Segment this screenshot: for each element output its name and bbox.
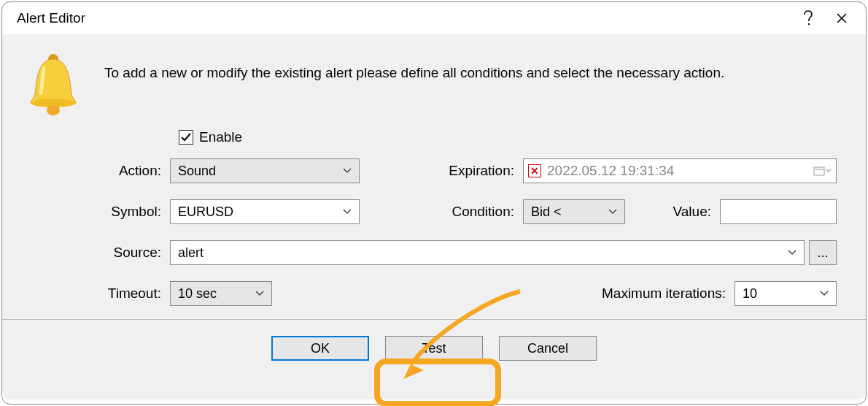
expiration-field[interactable]: ✕ 2022.05.12 19:31:34 — [523, 158, 837, 183]
calendar-icon[interactable] — [813, 166, 832, 176]
help-button[interactable] — [791, 5, 825, 31]
timeout-dropdown[interactable]: 10 sec — [170, 281, 272, 306]
max-iter-value: 10 — [743, 286, 817, 302]
condition-value: Bid < — [531, 204, 605, 220]
max-iter-dropdown[interactable]: 10 — [735, 281, 837, 306]
chevron-down-icon — [605, 209, 620, 215]
symbol-value: EURUSD — [178, 204, 340, 220]
intro-text: To add a new or modify the existing aler… — [104, 49, 724, 81]
action-dropdown[interactable]: Sound — [170, 158, 360, 183]
timeout-label: Timeout: — [104, 286, 170, 302]
svg-rect-4 — [814, 167, 824, 175]
dialog-content: To add a new or modify the existing aler… — [2, 34, 866, 399]
check-icon — [180, 131, 192, 143]
action-value: Sound — [178, 164, 340, 179]
close-icon — [836, 12, 848, 24]
symbol-dropdown[interactable]: EURUSD — [170, 199, 360, 224]
ok-button[interactable]: OK — [271, 336, 369, 361]
svg-point-3 — [47, 105, 60, 115]
chevron-down-icon — [340, 209, 354, 215]
timeout-value: 10 sec — [178, 286, 252, 302]
enable-checkbox[interactable] — [179, 130, 193, 145]
chevron-down-icon — [785, 250, 799, 256]
expiration-label: Expiration: — [435, 163, 523, 179]
value-label: Value: — [654, 204, 720, 220]
cancel-label: Cancel — [527, 341, 568, 356]
max-iter-label: Maximum iterations: — [574, 286, 735, 302]
ok-label: OK — [311, 341, 330, 356]
close-button[interactable] — [825, 5, 859, 31]
source-label: Source: — [104, 245, 170, 261]
enable-label: Enable — [199, 129, 242, 145]
chevron-down-icon — [817, 291, 832, 296]
bell-icon — [28, 52, 79, 116]
alert-editor-dialog: Alert Editor To add — [1, 1, 867, 405]
expiration-value: 2022.05.12 19:31:34 — [547, 163, 813, 179]
condition-dropdown[interactable]: Bid < — [523, 199, 625, 224]
value-input[interactable] — [720, 199, 837, 224]
test-button[interactable]: Test — [385, 336, 483, 361]
source-value: alert — [178, 245, 785, 261]
titlebar: Alert Editor — [2, 2, 866, 34]
symbol-label: Symbol: — [104, 204, 170, 220]
source-dropdown[interactable]: alert — [170, 240, 805, 265]
chevron-down-icon — [252, 291, 267, 296]
window-title: Alert Editor — [17, 10, 791, 26]
condition-label: Condition: — [435, 204, 523, 220]
svg-point-0 — [808, 23, 810, 25]
help-icon — [803, 10, 813, 26]
test-label: Test — [422, 341, 446, 356]
cancel-button[interactable]: Cancel — [499, 336, 597, 361]
clear-date-icon[interactable]: ✕ — [528, 164, 541, 177]
chevron-down-icon — [340, 168, 354, 174]
action-label: Action: — [104, 163, 170, 179]
browse-label: ... — [817, 245, 828, 261]
browse-button[interactable]: ... — [809, 240, 837, 265]
